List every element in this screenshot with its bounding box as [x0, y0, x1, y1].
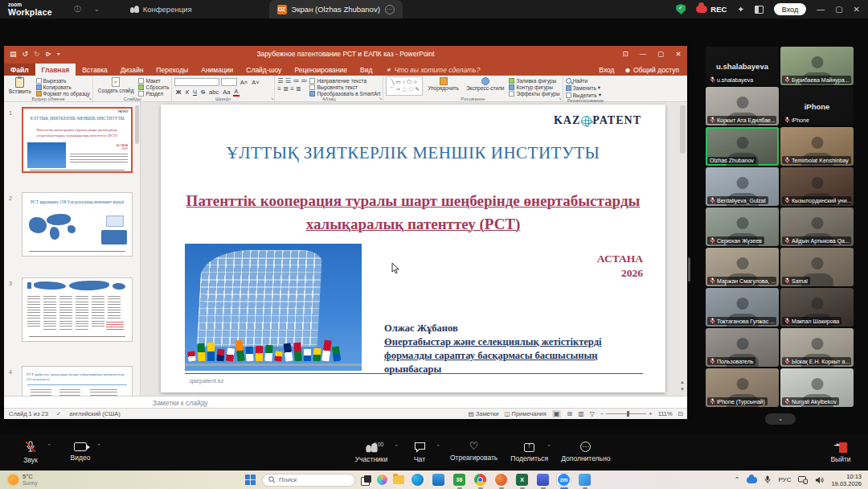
- arrange-button[interactable]: Упорядочить: [425, 76, 461, 92]
- zoom-level[interactable]: 111%: [658, 410, 673, 417]
- tab-insert[interactable]: Вставка: [76, 64, 114, 76]
- participant-tile[interactable]: Кызылординский уни...: [780, 167, 854, 206]
- slide-nav-buttons[interactable]: ▲▼: [679, 379, 686, 392]
- minimize-button[interactable]: —: [817, 5, 825, 14]
- language-switcher[interactable]: РУС: [778, 476, 791, 483]
- shrink-font-icon[interactable]: A˅: [251, 79, 260, 86]
- quick-styles-button[interactable]: Экспресс-стили: [464, 76, 507, 92]
- slide-1[interactable]: KAZPATENT ҰЛТТЫҚ ЗИЯТКЕРЛІК МЕНШІК ИНСТИ…: [161, 105, 665, 392]
- undo-icon[interactable]: ↺: [23, 50, 29, 58]
- ai-companion-icon[interactable]: ✦: [737, 5, 743, 14]
- paste-button[interactable]: Вставить: [6, 76, 34, 95]
- teams-taskbar-button[interactable]: [535, 473, 551, 487]
- participant-tile[interactable]: Nurgali Akylbekov: [780, 368, 854, 407]
- mail-taskbar-button[interactable]: [493, 473, 509, 487]
- ppt-restore-button[interactable]: ▢: [652, 50, 669, 58]
- align-text-button[interactable]: Выровнять текст: [309, 84, 380, 90]
- more-button[interactable]: ⋯ Дополнительно: [561, 442, 610, 463]
- language-indicator[interactable]: английский (США): [69, 410, 120, 417]
- photos-taskbar-button[interactable]: [577, 473, 592, 487]
- strikethrough-button[interactable]: S: [200, 88, 207, 96]
- dialog-launcher-icon[interactable]: ↘: [270, 96, 273, 101]
- participants-options-chevron[interactable]: ⌃: [394, 444, 399, 450]
- font-name-box[interactable]: [174, 78, 219, 86]
- participant-tile[interactable]: Пользователь: [706, 328, 779, 367]
- tab-screen-share[interactable]: OZ Экран (Olzhas Zhubanov) ⋯: [269, 0, 403, 18]
- weather-widget[interactable]: 5°C Sunny: [0, 474, 37, 486]
- edge-taskbar-button[interactable]: [410, 473, 425, 487]
- slide-thumbnail-3[interactable]: [22, 277, 133, 342]
- close-button[interactable]: ✕: [854, 5, 860, 14]
- chrome-taskbar-button[interactable]: [473, 473, 488, 487]
- audio-options-chevron[interactable]: ⌃: [47, 443, 51, 450]
- start-button[interactable]: [245, 475, 256, 486]
- shapes-gallery[interactable]: ╲ ▭ ○ ⬠ ☆⌒ ⇨ △ ◇ ✎: [386, 76, 423, 96]
- audio-button[interactable]: Звук ⌃: [13, 441, 48, 464]
- tab-options-icon[interactable]: ⋯: [385, 5, 395, 14]
- collapse-gallery-button[interactable]: ⌄: [765, 413, 796, 425]
- cut-button[interactable]: Вырезать: [36, 78, 90, 84]
- zoom-taskbar-button[interactable]: zm: [556, 473, 571, 487]
- slide-scrollbar[interactable]: [680, 105, 686, 154]
- participant-tile[interactable]: u.shalabayevau.shalabayeva: [706, 47, 779, 85]
- notes-toggle[interactable]: ▤ Заметки: [469, 410, 499, 417]
- thumbnail-scrollbar[interactable]: [135, 105, 139, 144]
- ppt-share-button[interactable]: ☻ Общий доступ: [624, 66, 679, 74]
- bullets-icons[interactable]: ☰ ☱ ≔ ≕: [277, 77, 307, 84]
- align-icons[interactable]: ≡ ≣ ≡ ≣: [277, 85, 307, 92]
- excel-taskbar-button[interactable]: X: [514, 473, 530, 487]
- participant-tile[interactable]: Серюхан Жүзеев: [706, 208, 779, 246]
- participant-tile[interactable]: Samal: [780, 248, 854, 286]
- smartart-button[interactable]: Преобразовать в SmartArt: [309, 91, 380, 97]
- section-button[interactable]: Раздел: [138, 91, 169, 97]
- bold-button[interactable]: Ж: [174, 88, 182, 96]
- grow-font-icon[interactable]: A˄: [239, 79, 248, 86]
- share-options-chevron[interactable]: ⌃: [547, 444, 551, 450]
- info-icon[interactable]: ⓘ: [74, 4, 81, 14]
- tell-me-box[interactable]: ✶Что вы хотите сделать?: [379, 64, 486, 76]
- italic-button[interactable]: К: [184, 88, 190, 96]
- tab-slideshow[interactable]: Слайд-шоу: [240, 64, 288, 76]
- participant-tile[interactable]: iPhoneiPhone: [780, 87, 854, 125]
- text-direction-button[interactable]: Направление текста: [309, 78, 380, 84]
- layout-button[interactable]: Макет: [138, 78, 169, 84]
- participant-tile[interactable]: Berdaliyeva_Gulzat: [706, 167, 779, 206]
- react-button[interactable]: ♡ Отреагировать: [450, 442, 497, 463]
- slideshow-view-button[interactable]: ▽: [590, 410, 595, 417]
- file-explorer-button[interactable]: [393, 475, 404, 484]
- chevron-down-icon[interactable]: ⌄: [94, 6, 100, 13]
- dialog-launcher-icon[interactable]: ↘: [558, 96, 561, 101]
- share-button[interactable]: Поделиться ⌃: [510, 442, 548, 463]
- slideshow-icon[interactable]: ⊳: [46, 50, 52, 58]
- leave-button[interactable]: Выйти: [823, 442, 858, 463]
- font-color-button[interactable]: А: [233, 88, 240, 97]
- participants-scrollbar[interactable]: [688, 257, 690, 281]
- participant-tile[interactable]: Токтаганова Гулжас ...: [706, 288, 779, 327]
- reset-button[interactable]: Сбросить: [138, 84, 169, 90]
- login-button[interactable]: Вход: [774, 3, 806, 15]
- slide-sorter-view-button[interactable]: ⊞: [567, 410, 572, 417]
- tab-review[interactable]: Рецензирование: [288, 64, 354, 76]
- format-painter-button[interactable]: Формат по образцу: [36, 91, 90, 97]
- dialog-launcher-icon[interactable]: ↘: [379, 96, 382, 101]
- qat-customize-icon[interactable]: ▾: [57, 51, 59, 56]
- tab-view[interactable]: Вид: [354, 64, 379, 76]
- app-36-taskbar-button[interactable]: 36: [452, 473, 467, 487]
- save-icon[interactable]: ▤: [10, 50, 17, 58]
- taskbar-search[interactable]: Поиск: [262, 474, 355, 487]
- task-view-button[interactable]: [361, 475, 371, 484]
- video-options-chevron[interactable]: ⌃: [96, 443, 101, 450]
- participant-tile[interactable]: Маржан Смагулова, ...: [706, 248, 779, 286]
- redo-icon[interactable]: ↻: [34, 50, 40, 58]
- slide-thumbnail-1[interactable]: PATENT ҰЛТТЫҚ ЗИЯТКЕРЛІК МЕНШІК ИНСТИТУТ…: [22, 107, 133, 173]
- participant-tile[interactable]: Айдын Артыкова Qa...: [780, 208, 854, 246]
- tray-chevron-icon[interactable]: ⌃: [735, 476, 740, 483]
- replace-button[interactable]: Заменить ▾: [566, 84, 601, 91]
- taskbar-clock[interactable]: 10:13 19.03.2026: [831, 473, 862, 487]
- participant-tile[interactable]: Бурибаева Майнура...: [780, 47, 854, 85]
- onedrive-icon[interactable]: [747, 477, 757, 483]
- notes-pane[interactable]: Заметки к слайду: [4, 396, 687, 408]
- tab-design[interactable]: Дизайн: [114, 64, 150, 76]
- participant-tile[interactable]: Ыскақ Е.Н. Коркыт а...: [780, 328, 854, 367]
- ppt-minimize-button[interactable]: —: [634, 50, 652, 58]
